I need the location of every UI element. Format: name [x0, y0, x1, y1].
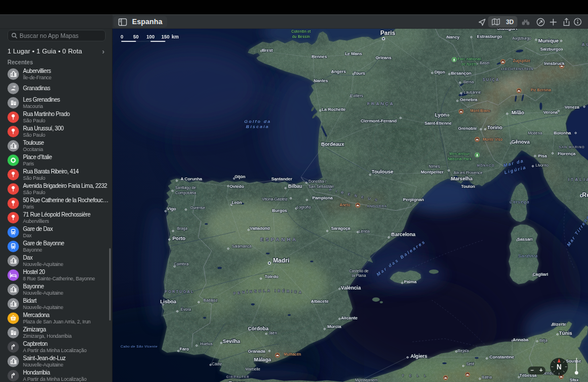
map-label: Alicante [341, 315, 358, 321]
tilt-slider-knob[interactable] [575, 371, 578, 375]
recent-item[interactable]: MercadonaPlaza de San Juan Arria, 2, Iru… [7, 311, 110, 325]
recent-item[interactable]: Avenida Brigadeiro Faria Lima, 2232São P… [7, 182, 110, 196]
map-label: Córdoba [248, 326, 269, 331]
city-dot [447, 114, 449, 116]
sidebar-scrollbar[interactable] [109, 248, 111, 321]
recent-item-subtitle: A Partir da Minha Localização [23, 376, 110, 382]
map-label: Madri [273, 257, 289, 264]
add-pin-button[interactable] [547, 16, 559, 28]
city-dot [382, 37, 385, 40]
map-label: Nîmes [429, 164, 440, 168]
menu-bar-area [0, 0, 588, 14]
recent-item[interactable]: Place d’ItalieParis [7, 153, 110, 167]
map-label: Annaba [513, 337, 529, 342]
map-label: Salamanca [232, 244, 252, 248]
map-label: Pisa [538, 153, 547, 159]
map-label: MÔNACO [477, 163, 494, 167]
city-dot [306, 199, 308, 201]
recent-item[interactable]: Gare de DaxDax [7, 225, 110, 239]
recent-item-subtitle: São Paulo [23, 132, 110, 138]
share-button[interactable] [560, 16, 572, 28]
map-artwork: ParisStuttgartÁUSTRIANancyEstrasburgoAug… [113, 29, 588, 382]
recent-item-subtitle: Île-de-France [23, 75, 110, 80]
recent-item[interactable]: CapbretonA Partir da Minha Localização [7, 339, 110, 354]
city-dot [575, 132, 577, 134]
map-label: Berna [463, 80, 474, 84]
recents-list: AubervilliersÎle-de-FranceGranadinasLes … [0, 67, 113, 382]
recent-item-subtitle: Aubervilliers [23, 218, 110, 224]
city-dot [558, 110, 559, 112]
map-label: Santiago de [175, 186, 196, 190]
map-label: Cabo de São Vicente [121, 345, 157, 348]
recent-item[interactable]: DaxNouvelle-Aquitaine [7, 253, 110, 268]
map-label: SAN MARINO [559, 146, 585, 149]
zoom-control[interactable]: − + [528, 366, 546, 375]
recent-item-title: Dax [23, 254, 110, 261]
map-label: León [231, 200, 242, 205]
recent-item[interactable]: Rua Barata Ribeiro, 414São Paulo [7, 167, 110, 182]
map-mode-button[interactable] [490, 16, 501, 28]
map-label: Sétif [466, 362, 474, 366]
recent-item[interactable]: Gare de BayonneBayonne [7, 239, 110, 253]
city-dot [319, 110, 321, 111]
map-label: Verona [543, 110, 558, 115]
recent-item[interactable]: BayonneNouvelle-Aquitaine [7, 282, 110, 296]
city-dot [448, 74, 450, 75]
city-dot [339, 318, 341, 320]
recent-item-subtitle: Nouvelle-Aquitaine [23, 261, 110, 267]
zoom-out-button[interactable]: − [531, 368, 534, 373]
recent-item[interactable]: 50 Rue Catherine de la Rochefouca…Paris [7, 196, 110, 210]
recent-item[interactable]: Rua Martinho PradoSão Paulo [7, 110, 110, 124]
toggle-sidebar-button[interactable] [118, 18, 127, 26]
map-label: Albacete [311, 299, 328, 304]
collections-summary[interactable]: 1 Lugar • 1 Guia • 0 Rota › [7, 47, 106, 56]
map-label: Nantes [314, 78, 328, 83]
tilt-slider[interactable] [574, 356, 579, 379]
city-dot [532, 165, 534, 167]
recent-item[interactable]: 71 Rue Léopold RechossièreAubervilliers [7, 210, 110, 225]
map-label: Orléans [376, 55, 392, 60]
map-label: Golfo daBiscaia [244, 119, 271, 129]
compass-control[interactable]: N [550, 357, 568, 376]
recent-item[interactable]: ZimizargaZimizarga, Hondarribia [7, 325, 110, 339]
scale-tick: 100 [146, 34, 154, 40]
map-label: Basel [480, 61, 490, 65]
recent-item[interactable]: Rua Urussuí, 300São Paulo [7, 124, 110, 138]
recent-item[interactable]: BidartNouvelle-Aquitaine [7, 296, 110, 311]
pin-icon [7, 126, 19, 137]
map-label: Mulhacén [284, 352, 301, 356]
recent-item[interactable]: ToulouseOccitania [7, 138, 110, 153]
recent-item-title: Gare de Bayonne [23, 240, 110, 247]
look-around-button[interactable] [520, 16, 531, 28]
mountain-peak-icon [443, 376, 448, 380]
plus-icon [550, 18, 557, 26]
map-label: Veneza [564, 105, 579, 110]
current-location-button[interactable] [476, 16, 488, 28]
map-label: Múrcia [327, 324, 342, 329]
recents-header: Recentes [7, 59, 33, 65]
city-dot [220, 342, 222, 344]
city-dot [557, 334, 559, 335]
three-d-button[interactable]: 3D [504, 16, 516, 28]
info-button[interactable] [572, 16, 583, 28]
map-label: Compostela [175, 191, 196, 195]
search-input[interactable]: Buscar no App Mapas [7, 30, 106, 41]
zoom-in-button[interactable]: + [539, 368, 543, 373]
city-dot [177, 350, 179, 352]
recent-item[interactable]: HondarribiaA Partir da Minha Localização [7, 368, 110, 382]
city-dot [561, 49, 563, 51]
map-label: Sassari [517, 237, 532, 242]
recent-item[interactable]: Hostel 208 Rue Sainte-Catherine, Bayonne [7, 268, 110, 282]
recent-item[interactable]: Granadinas [7, 81, 110, 95]
map-label: Clermont-Ferrand [361, 118, 397, 124]
recent-item[interactable]: Saint-Jean-de-LuzNouvelle-Aquitaine [7, 354, 110, 368]
recent-item[interactable]: Les GrenadinesMacouria [7, 95, 110, 110]
directions-button[interactable] [535, 16, 546, 28]
scale-tick: 0 [121, 34, 123, 40]
map-canvas[interactable]: ParisStuttgartÁUSTRIANancyEstrasburgoAug… [113, 29, 588, 382]
recent-item[interactable]: AubervilliersÎle-de-France [7, 67, 110, 81]
train-icon [7, 241, 19, 252]
city-dot [369, 174, 371, 176]
map-label: Túnis [559, 330, 572, 336]
directions-icon [536, 18, 545, 26]
